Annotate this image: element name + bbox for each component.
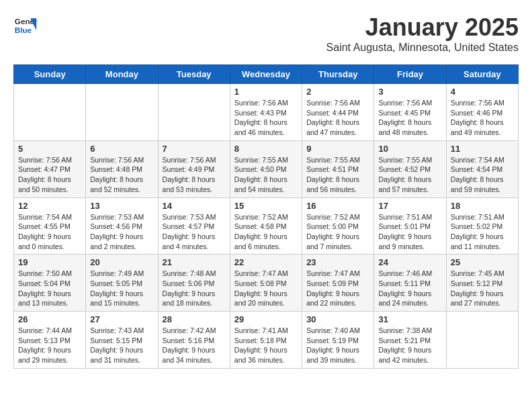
day-info: Sunrise: 7:56 AM Sunset: 4:47 PM Dayligh… [18,155,81,195]
day-info: Sunrise: 7:50 AM Sunset: 5:04 PM Dayligh… [18,269,81,308]
day-header-thursday: Thursday [302,65,374,84]
day-info: Sunrise: 7:52 AM Sunset: 4:58 PM Dayligh… [234,212,298,252]
week-row-3: 12Sunrise: 7:54 AM Sunset: 4:55 PM Dayli… [14,197,519,255]
day-number: 29 [234,314,298,324]
calendar-cell: 26Sunrise: 7:44 AM Sunset: 5:13 PM Dayli… [14,312,86,369]
day-info: Sunrise: 7:51 AM Sunset: 5:01 PM Dayligh… [378,212,441,252]
calendar-cell: 24Sunrise: 7:46 AM Sunset: 5:11 PM Dayli… [374,255,446,312]
day-number: 31 [378,314,441,324]
calendar-cell [158,84,230,141]
day-number: 11 [451,144,514,154]
calendar-cell: 5Sunrise: 7:56 AM Sunset: 4:47 PM Daylig… [14,140,86,197]
day-header-saturday: Saturday [446,65,518,84]
day-info: Sunrise: 7:55 AM Sunset: 4:50 PM Dayligh… [234,155,298,195]
day-info: Sunrise: 7:56 AM Sunset: 4:48 PM Dayligh… [90,155,153,195]
calendar-cell: 19Sunrise: 7:50 AM Sunset: 5:04 PM Dayli… [14,255,86,312]
day-number: 16 [306,201,369,211]
calendar-cell: 17Sunrise: 7:51 AM Sunset: 5:01 PM Dayli… [374,197,446,255]
day-number: 1 [234,87,298,97]
calendar-subtitle: Saint Augusta, Minnesota, United States [326,42,519,54]
day-number: 17 [378,201,441,211]
day-info: Sunrise: 7:56 AM Sunset: 4:46 PM Dayligh… [451,98,514,138]
calendar-table: SundayMondayTuesdayWednesdayThursdayFrid… [13,64,519,369]
calendar-title: January 2025 [326,13,519,42]
week-row-4: 19Sunrise: 7:50 AM Sunset: 5:04 PM Dayli… [14,255,519,312]
day-header-wednesday: Wednesday [230,65,302,84]
day-info: Sunrise: 7:53 AM Sunset: 4:57 PM Dayligh… [163,212,226,252]
calendar-cell: 23Sunrise: 7:47 AM Sunset: 5:09 PM Dayli… [302,255,374,312]
day-number: 22 [234,257,298,267]
day-number: 21 [163,257,226,267]
day-info: Sunrise: 7:47 AM Sunset: 5:08 PM Dayligh… [234,269,298,308]
day-number: 20 [90,257,153,267]
day-number: 25 [451,257,514,267]
calendar-cell: 15Sunrise: 7:52 AM Sunset: 4:58 PM Dayli… [230,197,302,255]
day-info: Sunrise: 7:41 AM Sunset: 5:18 PM Dayligh… [234,326,298,365]
day-info: Sunrise: 7:40 AM Sunset: 5:19 PM Dayligh… [306,326,369,365]
calendar-cell: 9Sunrise: 7:55 AM Sunset: 4:51 PM Daylig… [302,140,374,197]
calendar-cell: 29Sunrise: 7:41 AM Sunset: 5:18 PM Dayli… [230,312,302,369]
day-number: 10 [378,144,441,154]
day-info: Sunrise: 7:56 AM Sunset: 4:49 PM Dayligh… [163,155,226,195]
day-info: Sunrise: 7:56 AM Sunset: 4:45 PM Dayligh… [378,98,441,138]
calendar-cell: 10Sunrise: 7:55 AM Sunset: 4:52 PM Dayli… [374,140,446,197]
day-info: Sunrise: 7:55 AM Sunset: 4:51 PM Dayligh… [306,155,369,195]
day-number: 14 [163,201,226,211]
day-info: Sunrise: 7:45 AM Sunset: 5:12 PM Dayligh… [451,269,514,308]
calendar-cell: 30Sunrise: 7:40 AM Sunset: 5:19 PM Dayli… [302,312,374,369]
calendar-cell: 8Sunrise: 7:55 AM Sunset: 4:50 PM Daylig… [230,140,302,197]
day-info: Sunrise: 7:56 AM Sunset: 4:44 PM Dayligh… [306,98,369,138]
day-info: Sunrise: 7:38 AM Sunset: 5:21 PM Dayligh… [378,326,441,365]
calendar-cell [446,312,518,369]
day-number: 12 [18,201,81,211]
day-info: Sunrise: 7:54 AM Sunset: 4:54 PM Dayligh… [451,155,514,195]
calendar-cell: 28Sunrise: 7:42 AM Sunset: 5:16 PM Dayli… [158,312,230,369]
day-info: Sunrise: 7:43 AM Sunset: 5:15 PM Dayligh… [90,326,153,365]
day-number: 4 [451,87,514,97]
day-number: 30 [306,314,369,324]
title-section: January 2025 Saint Augusta, Minnesota, U… [326,13,519,54]
day-number: 7 [163,144,226,154]
day-number: 8 [234,144,298,154]
calendar-cell: 11Sunrise: 7:54 AM Sunset: 4:54 PM Dayli… [446,140,518,197]
week-row-5: 26Sunrise: 7:44 AM Sunset: 5:13 PM Dayli… [14,312,519,369]
week-row-2: 5Sunrise: 7:56 AM Sunset: 4:47 PM Daylig… [14,140,519,197]
day-number: 2 [306,87,369,97]
calendar-cell: 3Sunrise: 7:56 AM Sunset: 4:45 PM Daylig… [374,84,446,141]
calendar-cell: 2Sunrise: 7:56 AM Sunset: 4:44 PM Daylig… [302,84,374,141]
day-number: 28 [163,314,226,324]
calendar-cell [86,84,158,141]
day-info: Sunrise: 7:42 AM Sunset: 5:16 PM Dayligh… [163,326,226,365]
calendar-cell: 1Sunrise: 7:56 AM Sunset: 4:43 PM Daylig… [230,84,302,141]
day-header-monday: Monday [86,65,158,84]
day-info: Sunrise: 7:53 AM Sunset: 4:56 PM Dayligh… [90,212,153,252]
calendar-cell: 6Sunrise: 7:56 AM Sunset: 4:48 PM Daylig… [86,140,158,197]
svg-text:Blue: Blue [15,26,32,34]
day-number: 26 [18,314,81,324]
day-info: Sunrise: 7:47 AM Sunset: 5:09 PM Dayligh… [306,269,369,308]
calendar-cell: 25Sunrise: 7:45 AM Sunset: 5:12 PM Dayli… [446,255,518,312]
day-number: 3 [378,87,441,97]
calendar-cell [14,84,86,141]
day-number: 27 [90,314,153,324]
day-info: Sunrise: 7:46 AM Sunset: 5:11 PM Dayligh… [378,269,441,308]
calendar-cell: 31Sunrise: 7:38 AM Sunset: 5:21 PM Dayli… [374,312,446,369]
calendar-cell: 22Sunrise: 7:47 AM Sunset: 5:08 PM Dayli… [230,255,302,312]
calendar-cell: 16Sunrise: 7:52 AM Sunset: 5:00 PM Dayli… [302,197,374,255]
header: General Blue January 2025 Saint Augusta,… [13,13,519,54]
calendar-cell: 14Sunrise: 7:53 AM Sunset: 4:57 PM Dayli… [158,197,230,255]
day-info: Sunrise: 7:52 AM Sunset: 5:00 PM Dayligh… [306,212,369,252]
day-info: Sunrise: 7:49 AM Sunset: 5:05 PM Dayligh… [90,269,153,308]
day-number: 23 [306,257,369,267]
day-info: Sunrise: 7:48 AM Sunset: 5:06 PM Dayligh… [163,269,226,308]
day-number: 9 [306,144,369,154]
day-header-sunday: Sunday [14,65,86,84]
day-info: Sunrise: 7:56 AM Sunset: 4:43 PM Dayligh… [234,98,298,138]
day-header-friday: Friday [374,65,446,84]
calendar-cell: 20Sunrise: 7:49 AM Sunset: 5:05 PM Dayli… [86,255,158,312]
calendar-cell: 12Sunrise: 7:54 AM Sunset: 4:55 PM Dayli… [14,197,86,255]
day-number: 5 [18,144,81,154]
logo-icon: General Blue [13,13,38,38]
day-number: 15 [234,201,298,211]
day-info: Sunrise: 7:51 AM Sunset: 5:02 PM Dayligh… [451,212,514,252]
